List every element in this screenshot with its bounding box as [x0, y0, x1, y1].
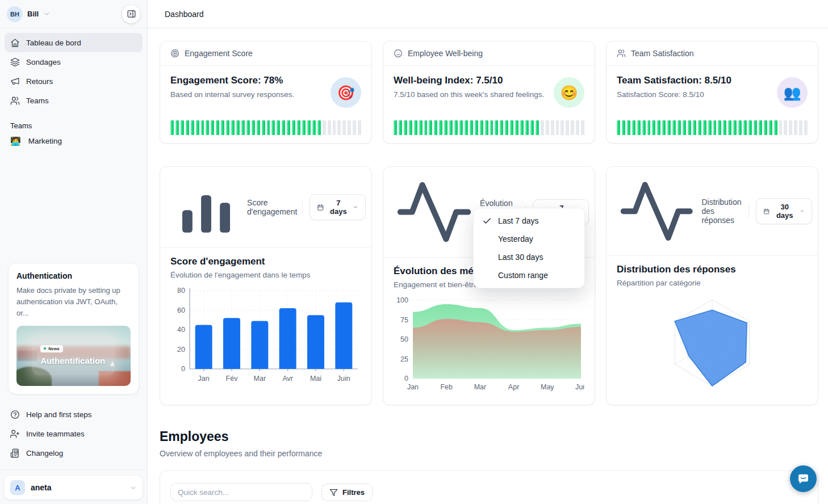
- svg-text:Feb: Feb: [440, 383, 453, 391]
- chevron-down-icon[interactable]: [43, 10, 51, 18]
- date-range-button[interactable]: 7 days: [310, 194, 366, 220]
- promo-image[interactable]: News Authentification: [16, 326, 131, 386]
- chart-subtitle: Répartition par catégorie: [617, 279, 808, 287]
- chart-card-header: Distribution des réponses30 days: [607, 167, 818, 256]
- workspace-avatar: A: [10, 480, 25, 495]
- authentication-promo-card[interactable]: Authentication Make docs private by sett…: [8, 263, 139, 394]
- sidebar-item-label: Changelog: [26, 449, 63, 457]
- stat-card-header: Employee Well-being: [383, 41, 595, 66]
- filters-label: Filtres: [342, 488, 365, 497]
- svg-text:40: 40: [177, 326, 185, 334]
- employees-table-card: Filtres UserTeamPositionParticipationPer…: [160, 471, 818, 504]
- search-input[interactable]: [170, 483, 312, 501]
- divider: [0, 469, 147, 470]
- sidebar-item-label: Teams: [26, 96, 49, 105]
- table-toolbar: Filtres: [160, 471, 818, 501]
- svg-text:Jun: Jun: [575, 383, 584, 391]
- menu-item-label: Last 7 days: [498, 216, 539, 225]
- workspace-name: aneta: [31, 483, 52, 492]
- segmented-progress-bar: [617, 120, 808, 135]
- sidebar-item-teams[interactable]: Teams: [5, 91, 143, 110]
- employees-title: Employees: [160, 429, 818, 444]
- filters-button[interactable]: Filtres: [321, 484, 373, 501]
- svg-text:75: 75: [400, 316, 408, 324]
- app-root: BH Bill Tableau de bordSondagesRetoursTe…: [0, 0, 828, 504]
- users-icon: [10, 96, 20, 106]
- sidebar-header: BH Bill: [0, 0, 147, 28]
- sidebar-item-label: Retours: [26, 77, 53, 86]
- stat-card: Team SatisfactionTeam Satisfaction: 8.5/…: [606, 41, 818, 144]
- chat-bubble-icon: [796, 472, 810, 486]
- user-avatar[interactable]: BH: [7, 6, 23, 22]
- menu-item-yesterday[interactable]: Yesterday: [474, 230, 584, 248]
- chevron-down-icon: [800, 208, 805, 215]
- target-icon: [170, 49, 179, 58]
- stat-card-header: Engagement Score: [160, 41, 371, 66]
- sidebar-item-label: Help and first steps: [26, 410, 92, 419]
- chart-card-header: Score d'engagement7 days: [160, 167, 371, 248]
- employees-section: Employees Overview of employees and thei…: [160, 429, 818, 504]
- chart-card-header-label: Score d'engagement: [247, 198, 297, 216]
- svg-text:50: 50: [400, 335, 408, 343]
- svg-text:Juin: Juin: [337, 375, 350, 383]
- sidebar-item-label: Sondages: [26, 58, 61, 66]
- svg-text:60: 60: [177, 306, 185, 314]
- sidebar-nav: Tableau de bordSondagesRetoursTeams: [0, 28, 147, 115]
- help-icon: [10, 410, 20, 419]
- team-item-label: Marketing: [28, 137, 62, 145]
- date-range-button[interactable]: 30 days: [756, 198, 812, 224]
- stat-card: Employee Well-beingWell-being Index: 7.5…: [383, 41, 595, 144]
- employees-subtitle: Overview of employees and their performa…: [160, 449, 818, 458]
- user-name[interactable]: Bill: [27, 10, 39, 18]
- sidebar-footer-nav: Help and first stepsInvite teammatesChan…: [0, 400, 147, 467]
- sidebar-item-tableau-de-bord[interactable]: Tableau de bord: [5, 33, 143, 52]
- sidebar-item-marketing[interactable]: 🧑‍💻 Marketing: [0, 132, 147, 150]
- stat-card-header-label: Team Satisfaction: [631, 49, 694, 58]
- date-range-label: 30 days: [775, 203, 795, 220]
- activity-icon: [394, 171, 475, 253]
- promo-image-title: Authentification: [40, 356, 105, 366]
- svg-text:80: 80: [177, 287, 185, 295]
- collapse-sidebar-button[interactable]: [122, 5, 140, 23]
- sidebar-item-invite-teammates[interactable]: Invite teammates: [5, 424, 143, 443]
- menu-item-label: Yesterday: [498, 234, 533, 243]
- svg-text:Fév: Fév: [226, 375, 239, 383]
- svg-text:25: 25: [400, 355, 408, 363]
- chart-subtitle: Évolution de l'engagement dans le temps: [170, 271, 361, 279]
- svg-text:Apr: Apr: [508, 383, 519, 391]
- newspaper-icon: [10, 448, 20, 458]
- stat-card: Engagement ScoreEngagement Score: 78%Bas…: [160, 41, 372, 144]
- menu-item-last-30-days[interactable]: Last 30 days: [474, 248, 584, 266]
- news-badge: News: [40, 345, 63, 352]
- segmented-progress-bar: [170, 120, 361, 135]
- chat-launcher-button[interactable]: [790, 465, 817, 492]
- sidebar-item-help-and-first-steps[interactable]: Help and first steps: [5, 405, 143, 424]
- activity-icon: [617, 171, 696, 251]
- svg-text:20: 20: [177, 346, 185, 354]
- menu-item-last-7-days[interactable]: Last 7 days: [474, 212, 584, 230]
- chart-title: Distribution des réponses: [617, 264, 808, 275]
- svg-text:May: May: [541, 383, 554, 391]
- smile-icon: [394, 49, 403, 58]
- stat-emoji-icon: 🎯: [331, 77, 361, 108]
- svg-text:0: 0: [181, 365, 185, 373]
- sidebar-item-sondages[interactable]: Sondages: [5, 52, 143, 72]
- layers-icon: [10, 57, 20, 67]
- chevron-down-icon: [353, 204, 358, 211]
- calendar-icon: [763, 207, 770, 216]
- chart-card: Score d'engagement7 daysScore d'engageme…: [160, 166, 372, 405]
- svg-text:Avr: Avr: [282, 375, 293, 383]
- sidebar-item-changelog[interactable]: Changelog: [5, 443, 143, 463]
- sidebar-item-retours[interactable]: Retours: [5, 72, 143, 91]
- segmented-progress-bar: [394, 120, 584, 135]
- chart-card: Distribution des réponses30 daysDistribu…: [606, 166, 818, 405]
- svg-text:Jan: Jan: [198, 375, 210, 383]
- page-title: Dashboard: [148, 0, 828, 28]
- menu-item-custom-range[interactable]: Custom range: [474, 266, 584, 284]
- stat-card-header-label: Employee Well-being: [408, 49, 483, 58]
- promo-title: Authentication: [16, 271, 131, 280]
- stat-emoji-icon: 😊: [554, 77, 584, 108]
- workspace-switcher[interactable]: A aneta: [5, 476, 143, 499]
- date-range-dropdown-menu: Last 7 daysYesterdayLast 30 daysCustom r…: [473, 208, 585, 288]
- menu-item-label: Last 30 days: [498, 253, 543, 262]
